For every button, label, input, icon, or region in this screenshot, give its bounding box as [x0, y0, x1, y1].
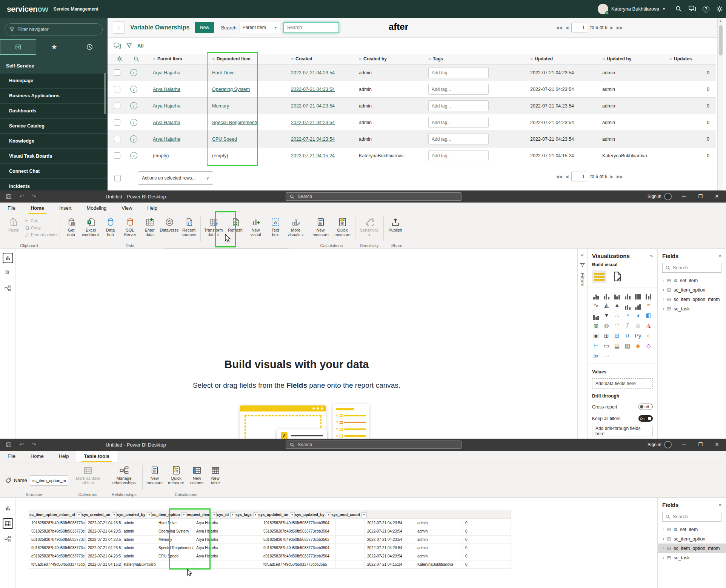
- column-filter-icon[interactable]: ▼: [112, 512, 117, 517]
- r-script-visual[interactable]: R: [623, 331, 632, 340]
- donut-chart[interactable]: ◕: [633, 311, 643, 320]
- column-filter-icon[interactable]: ▼: [326, 512, 331, 517]
- created-link[interactable]: 2022-07-21 04:23:54: [291, 103, 335, 109]
- column-header-parent-item[interactable]: Parent Item: [153, 56, 212, 61]
- line-and-stacked-column-chart[interactable]: [623, 301, 632, 310]
- minimize-button[interactable]: ─: [675, 190, 692, 203]
- treemap[interactable]: ◧: [644, 311, 653, 320]
- close-button[interactable]: ✕: [709, 439, 725, 451]
- column-header-updated-by[interactable]: Updated by: [602, 56, 669, 61]
- collapse-icon[interactable]: »: [719, 502, 721, 508]
- pie-chart[interactable]: ◔: [623, 311, 632, 320]
- drill-through-dropzone[interactable]: Add drill-through fields here: [592, 426, 653, 436]
- line-chart[interactable]: ∿: [591, 301, 601, 310]
- add-tag-input[interactable]: [428, 100, 489, 111]
- field-table-item[interactable]: ›⊞sc_item_option_mtom: [658, 543, 726, 553]
- user-menu[interactable]: Kateryna Bukhtiiarova ▼: [598, 0, 666, 18]
- parent-item-link[interactable]: Arya Hajarha: [153, 137, 180, 142]
- next-page-icon[interactable]: ▶: [611, 174, 614, 179]
- ribbon-button[interactable]: Dataverse: [160, 214, 179, 243]
- smart-narrative[interactable]: ▤: [612, 341, 622, 350]
- grid-row[interactable]: 9d18258287b49d50fb5033773cbb3504 2022-07…: [29, 544, 511, 552]
- account-avatar[interactable]: [664, 441, 672, 448]
- sign-in-button[interactable]: Sign in: [648, 194, 661, 199]
- select-all-checkbox[interactable]: [114, 175, 121, 181]
- filter-navigator-input[interactable]: Filter navigator: [5, 23, 103, 35]
- row-checkbox[interactable]: [114, 86, 120, 92]
- expand-chevron-icon[interactable]: ›: [663, 278, 664, 282]
- sign-in-button[interactable]: Sign in: [648, 442, 661, 447]
- map[interactable]: ◍: [591, 321, 601, 330]
- ribbon-button[interactable]: Datahub: [101, 214, 120, 243]
- field-table-item[interactable]: ›⊞sc_item_option: [658, 285, 726, 295]
- grid-column-header[interactable]: sys_id▼: [217, 510, 235, 519]
- text-box-button[interactable]: A Textbox: [266, 214, 285, 243]
- maximize-button[interactable]: ❐: [692, 439, 709, 451]
- record-info-icon[interactable]: i: [130, 69, 137, 76]
- column-filter-icon[interactable]: ▼: [182, 512, 186, 517]
- publish-button[interactable]: Publish: [385, 214, 406, 243]
- redo-icon[interactable]: ↷: [32, 441, 37, 448]
- grid-column-header[interactable]: sys_created_by▼: [117, 510, 152, 519]
- list-context-menu-button[interactable]: ≡: [113, 21, 125, 34]
- funnel-chart[interactable]: ▼: [602, 311, 611, 320]
- quick-measure-button[interactable]: Quickmeasure: [165, 462, 187, 491]
- filters-pane-label[interactable]: Filters: [580, 273, 585, 286]
- add-tag-input[interactable]: [428, 150, 489, 161]
- created-link[interactable]: 2022-07-21 04:15:24: [291, 153, 335, 158]
- expand-icon[interactable]: «: [578, 252, 587, 258]
- data-view-button[interactable]: [3, 268, 13, 278]
- kpi[interactable]: ◮: [644, 321, 653, 330]
- ribbon-button[interactable]: Getdata: [62, 214, 81, 243]
- sidebar-item[interactable]: Connect Chat: [0, 163, 108, 178]
- column-filter-icon[interactable]: ▼: [147, 512, 152, 517]
- grid-column-header[interactable]: sc_item_option_mtom_id▼: [29, 510, 82, 519]
- personalize-list-gear-icon[interactable]: [113, 56, 130, 62]
- column-header-updated[interactable]: Updated: [530, 56, 602, 61]
- new-column-button[interactable]: Newcolumn: [187, 462, 207, 491]
- sidebar-item[interactable]: Service Catalog: [0, 118, 108, 133]
- refresh-button[interactable]: Refresh: [225, 214, 246, 243]
- manage-relationships-button[interactable]: Managerelationships: [108, 462, 141, 491]
- matrix[interactable]: ⊞: [612, 331, 622, 340]
- sidebar-item[interactable]: Business Applications: [0, 88, 108, 103]
- field-table-item[interactable]: ›⊞io_set_item: [658, 525, 726, 534]
- created-link[interactable]: 2022-07-21 04:23:54: [291, 70, 335, 75]
- slicer[interactable]: ▣: [591, 331, 601, 340]
- sidebar-item[interactable]: Visual Task Boards: [0, 148, 108, 163]
- menu-tab[interactable]: File: [0, 203, 23, 214]
- chat-icon[interactable]: [689, 6, 696, 12]
- 100-stacked-column-chart[interactable]: [644, 290, 653, 299]
- expand-chevron-icon[interactable]: ›: [663, 527, 664, 531]
- grid-column-header[interactable]: sys_updated_on▼: [258, 510, 295, 519]
- grid-column-header[interactable]: sys_updated_by▼: [295, 510, 331, 519]
- quick-measure-button[interactable]: Quickmeasure: [332, 214, 354, 243]
- model-view-button[interactable]: [3, 533, 13, 544]
- add-tag-input[interactable]: [428, 117, 489, 128]
- sidebar-item[interactable]: Dashboards: [0, 103, 108, 118]
- dependent-item-link[interactable]: Operating System: [212, 87, 250, 92]
- clustered-bar-chart[interactable]: [612, 290, 622, 299]
- grid-row[interactable]: 1918258287b49d50fb5033773cbb3504 2022-07…: [29, 519, 511, 527]
- new-measure-button[interactable]: Newmeasure: [144, 462, 165, 491]
- column-header-tags[interactable]: Tags: [428, 56, 530, 61]
- transform-data-button[interactable]: Transformdata ∨: [202, 214, 225, 243]
- parent-item-link[interactable]: Arya Hajarha: [153, 87, 180, 92]
- undo-icon[interactable]: ↶: [19, 193, 24, 200]
- dependent-item-link[interactable]: (empty): [212, 153, 228, 158]
- ribbon-chart[interactable]: ≈: [644, 301, 653, 310]
- fields-search-input[interactable]: Search: [662, 263, 721, 273]
- arcgis-map[interactable]: ◆: [633, 341, 643, 350]
- titlebar-search[interactable]: Search: [286, 441, 461, 449]
- column-filter-icon[interactable]: ▼: [290, 512, 295, 517]
- report-canvas[interactable]: Build visuals with your data Select or d…: [16, 249, 577, 439]
- tab-history[interactable]: [72, 39, 108, 55]
- cut-button[interactable]: ✂Cut: [25, 218, 58, 223]
- account-avatar[interactable]: [664, 193, 672, 200]
- sidebar-section-self-service[interactable]: Self-Service: [0, 58, 108, 73]
- minimize-button[interactable]: ─: [675, 439, 692, 451]
- fields-search-input[interactable]: Search: [662, 512, 721, 522]
- expand-chevron-icon[interactable]: ›: [663, 546, 664, 550]
- collapse-icon[interactable]: »: [650, 253, 653, 259]
- column-filter-icon[interactable]: ▼: [253, 512, 258, 517]
